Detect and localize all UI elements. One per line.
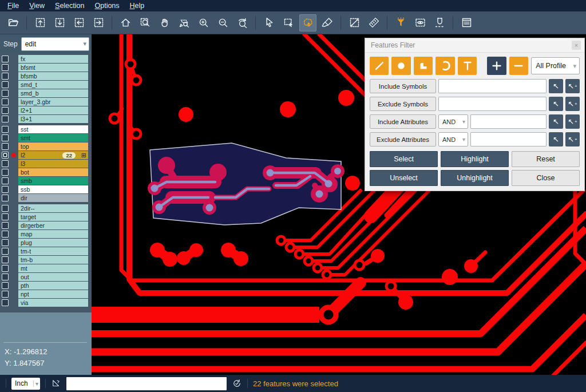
- layer-row-l2[interactable]: l222⊞: [0, 151, 92, 159]
- layer-row-l3+1[interactable]: l3+1: [0, 115, 92, 123]
- menu-item-selection[interactable]: Selection: [50, 1, 89, 10]
- close-icon[interactable]: ×: [572, 41, 581, 50]
- layer-name[interactable]: mt: [18, 264, 88, 272]
- layer-checkbox[interactable]: [2, 265, 9, 272]
- and-or-select[interactable]: AND▾: [438, 114, 468, 129]
- layer-name[interactable]: l2+1: [18, 106, 88, 114]
- layer-row-npt[interactable]: npt: [0, 290, 92, 298]
- filter-icon[interactable]: [392, 14, 409, 31]
- pick-add-from-canvas-button[interactable]: ↖+: [565, 132, 580, 146]
- layer-row-pth[interactable]: pth: [0, 282, 92, 290]
- layer-row-sst[interactable]: sst: [0, 125, 92, 133]
- layer-name[interactable]: dir: [18, 194, 88, 202]
- layer-checkbox[interactable]: [2, 274, 9, 280]
- shift-left-icon[interactable]: [70, 14, 88, 31]
- feature-type-surface-button[interactable]: [414, 57, 433, 75]
- home-icon[interactable]: [117, 14, 134, 31]
- pick-from-canvas-button[interactable]: ↖: [549, 79, 563, 93]
- layer-name[interactable]: tm-b: [18, 256, 88, 264]
- layer-name[interactable]: fx: [18, 55, 88, 63]
- layer-checkbox[interactable]: [2, 248, 9, 255]
- layer-name[interactable]: l222⊞: [18, 151, 88, 159]
- layer-checkbox[interactable]: [2, 291, 9, 298]
- layer-checkbox[interactable]: [2, 169, 9, 176]
- rect-select-icon[interactable]: [280, 14, 297, 31]
- layer-checkbox[interactable]: [2, 152, 9, 159]
- pan-icon[interactable]: [156, 14, 173, 31]
- feature-type-text-button[interactable]: [458, 57, 477, 75]
- layer-row-dir[interactable]: dir: [0, 194, 92, 202]
- pick-add-from-canvas-button[interactable]: ↖+: [565, 97, 580, 111]
- unit-select[interactable]: Inch ▾: [11, 378, 40, 390]
- layer-name[interactable]: dirgerber: [18, 221, 88, 229]
- layer-checkbox[interactable]: [2, 186, 9, 193]
- include-symbols-button[interactable]: Include Symbols: [370, 79, 436, 93]
- layer-row-bot[interactable]: bot: [0, 168, 92, 176]
- refresh-icon[interactable]: [232, 378, 242, 389]
- layer-row-fx[interactable]: fx: [0, 55, 92, 63]
- layer-checkbox[interactable]: [2, 64, 9, 71]
- measure-line-icon[interactable]: [346, 14, 363, 31]
- layer-checkbox[interactable]: [2, 56, 9, 62]
- layer-name[interactable]: map: [18, 230, 88, 238]
- layer-name[interactable]: bot: [18, 168, 88, 176]
- layer-checkbox[interactable]: [2, 222, 9, 229]
- layer-checkbox[interactable]: [2, 98, 9, 105]
- feature-type-arc-button[interactable]: [435, 57, 454, 75]
- brush-icon[interactable]: [319, 14, 336, 31]
- layer-row-bfsmb[interactable]: bfsmb: [0, 72, 92, 80]
- layer-name[interactable]: smd_b: [18, 89, 88, 97]
- layer-checkbox[interactable]: [2, 81, 9, 88]
- layer-checkbox[interactable]: [2, 73, 9, 80]
- layer-checkbox[interactable]: [2, 160, 9, 167]
- pick-add-from-canvas-button[interactable]: ↖+: [565, 79, 580, 93]
- layer-row-plug[interactable]: plug: [0, 239, 92, 247]
- layer-checkbox[interactable]: [2, 231, 9, 237]
- dialog-title-bar[interactable]: Features Filter ×: [365, 38, 584, 53]
- zoom-window-icon[interactable]: [136, 14, 153, 31]
- layer-checkbox[interactable]: [2, 177, 9, 184]
- layer-name[interactable]: l3+1: [18, 115, 88, 123]
- zoom-area-icon[interactable]: [175, 14, 192, 31]
- reset-button[interactable]: Reset: [512, 151, 580, 167]
- layer-row-2dir--[interactable]: 2dir--: [0, 204, 92, 212]
- layer-checkbox[interactable]: [2, 107, 9, 114]
- zoom-previous-icon[interactable]: [233, 14, 251, 31]
- feature-type-pad-button[interactable]: [391, 57, 410, 75]
- layer-row-dirgerber[interactable]: dirgerber: [0, 221, 92, 229]
- layer-row-target[interactable]: target: [0, 213, 92, 221]
- layer-row-smd_b[interactable]: smd_b: [0, 89, 92, 97]
- layer-row-l2+1[interactable]: l2+1: [0, 106, 92, 114]
- layer-name[interactable]: bfsmt: [18, 64, 88, 72]
- layer-checkbox[interactable]: [2, 282, 9, 289]
- layer-checkbox[interactable]: [2, 90, 9, 97]
- include-attributes-button[interactable]: Include Attributes: [370, 114, 436, 129]
- filter-value-input[interactable]: [470, 114, 547, 129]
- layer-name[interactable]: bfsmb: [18, 72, 88, 80]
- layer-row-layer_3.gbr[interactable]: layer_3.gbr: [0, 98, 92, 106]
- exclude-symbols-button[interactable]: Exclude Symbols: [370, 97, 436, 111]
- layer-row-map[interactable]: map: [0, 230, 92, 238]
- pointer-icon[interactable]: [260, 14, 278, 31]
- shift-down-icon[interactable]: [51, 14, 68, 31]
- layer-name[interactable]: out: [18, 273, 88, 281]
- pick-from-canvas-button[interactable]: ↖: [549, 97, 563, 111]
- filter-value-input[interactable]: [438, 97, 547, 111]
- highlight-button[interactable]: Highlight: [441, 151, 509, 167]
- corner-tool-icon[interactable]: [51, 378, 61, 389]
- layer-checkbox[interactable]: [2, 239, 9, 246]
- select-button[interactable]: Select: [370, 151, 438, 167]
- layer-name[interactable]: plug: [18, 239, 88, 247]
- layer-row-smd_t[interactable]: smd_t: [0, 81, 92, 89]
- command-input[interactable]: [66, 377, 227, 390]
- layer-row-tm-b[interactable]: tm-b: [0, 256, 92, 264]
- layer-checkbox[interactable]: [2, 299, 9, 306]
- menu-item-help[interactable]: Help: [125, 1, 150, 10]
- layer-checkbox[interactable]: [2, 134, 9, 141]
- filter-value-input[interactable]: [438, 79, 547, 93]
- pick-add-from-canvas-button[interactable]: ↖+: [565, 114, 580, 129]
- layer-checkbox[interactable]: [2, 205, 9, 212]
- menu-item-file[interactable]: File: [2, 1, 24, 10]
- layer-row-top[interactable]: top: [0, 142, 92, 151]
- layer-name[interactable]: sst: [18, 125, 88, 133]
